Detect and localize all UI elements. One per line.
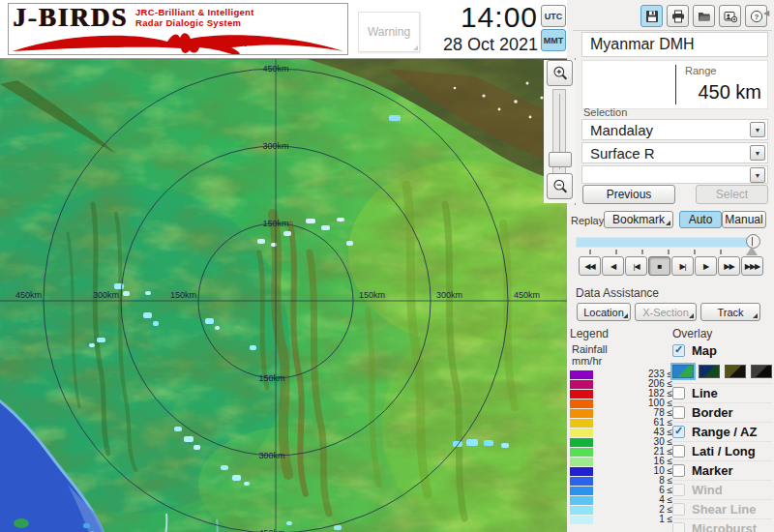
- x-section-button[interactable]: X-Section: [635, 303, 697, 321]
- map-style-1[interactable]: [672, 365, 694, 378]
- step-forward-button[interactable]: ▶|: [671, 256, 694, 276]
- overlay-label: Line: [692, 386, 718, 400]
- zoom-in-icon: [552, 66, 568, 81]
- overlay-item-map[interactable]: Map: [670, 341, 772, 360]
- checkbox-icon[interactable]: [672, 426, 685, 438]
- overlay-title: Overlay: [672, 327, 712, 340]
- precipitation-echo: [283, 231, 291, 236]
- range-ring-label: 450km: [514, 290, 540, 300]
- zoom-slider-thumb[interactable]: [549, 152, 572, 167]
- app-logo: J-BIRDS JRC-Brilliant & Intelligent Rada…: [8, 3, 348, 55]
- range-ring-label: 150km: [258, 373, 284, 383]
- overlay-label: Microburst: [692, 521, 757, 532]
- legend-color-swatch: [570, 487, 593, 495]
- previous-button[interactable]: Previous: [582, 185, 675, 204]
- panel-collapse-arrow[interactable]: ◀: [763, 9, 769, 17]
- range-ring-label: 150km: [262, 219, 288, 228]
- jbirds-app: 150km150km150km150km300km300km300km300km…: [0, 0, 774, 532]
- checkbox-icon[interactable]: [672, 344, 685, 357]
- range-ring-label: 450km: [258, 528, 284, 532]
- range-ring-label: 300km: [258, 451, 284, 460]
- zoom-out-icon: [552, 179, 568, 194]
- precipitation-echo: [306, 219, 315, 223]
- legend-row: 10 ≤: [570, 466, 672, 476]
- control-panel: ? ◀ Myanmar DMH Range 450 km Selection M…: [567, 0, 774, 532]
- legend-row: 8 ≤: [570, 476, 672, 486]
- site-select[interactable]: Mandalay ▼: [581, 119, 768, 140]
- checkbox-icon[interactable]: [672, 464, 685, 477]
- bird-logo-icon: [11, 29, 345, 55]
- checkbox-icon: [672, 522, 685, 532]
- map-style-4[interactable]: [751, 365, 772, 378]
- bookmark-button[interactable]: Bookmark: [604, 211, 673, 228]
- precipitation-echo: [232, 475, 241, 481]
- precipitation-echo: [215, 326, 220, 330]
- precipitation-echo: [286, 521, 292, 525]
- precipitation-echo: [145, 291, 151, 295]
- step-back-button[interactable]: |◀: [625, 256, 647, 276]
- radar-map[interactable]: 150km150km150km150km300km300km300km300km…: [0, 58, 567, 532]
- fast-forward-button[interactable]: ▶▶: [718, 256, 740, 276]
- precipitation-echo: [334, 525, 342, 530]
- map-style-2[interactable]: [699, 365, 720, 378]
- mmt-button[interactable]: MMT: [541, 29, 566, 51]
- overlay-item-range-az[interactable]: Range / AZ: [670, 422, 772, 441]
- range-ring-label: 300km: [93, 290, 119, 300]
- snapshot-button[interactable]: [719, 5, 741, 27]
- precipitation-echo: [484, 440, 493, 446]
- utc-button[interactable]: UTC: [541, 5, 566, 27]
- overlay-item-border[interactable]: Border: [670, 402, 772, 422]
- warning-box[interactable]: Warning: [358, 12, 420, 52]
- extra-dropdown-arrow-icon[interactable]: ▼: [750, 167, 765, 183]
- precipitation-echo: [97, 338, 105, 342]
- precipitation-echo: [221, 465, 228, 470]
- site-value: Mandalay: [590, 122, 653, 138]
- legend-row: 1 ≤: [570, 515, 672, 524]
- checkbox-icon[interactable]: [672, 406, 685, 419]
- legend-color-swatch: [570, 399, 593, 408]
- replay-auto-button[interactable]: Auto: [679, 211, 722, 228]
- zoom-out-button[interactable]: [547, 173, 573, 199]
- checkbox-icon[interactable]: [672, 387, 685, 399]
- station-name-field[interactable]: Myanmar DMH: [581, 32, 768, 57]
- overlay-label: Wind: [692, 483, 723, 497]
- open-folder-button[interactable]: [693, 5, 715, 27]
- location-button[interactable]: Location: [577, 303, 631, 321]
- extra-select[interactable]: ▼: [581, 165, 768, 184]
- replay-slider-pointer: [746, 247, 758, 255]
- precipitation-echo: [174, 427, 182, 431]
- play-button[interactable]: ▶: [695, 256, 717, 276]
- fastest-forward-button[interactable]: ▶▶▶: [741, 256, 763, 276]
- precipitation-echo: [114, 283, 124, 289]
- replay-manual-button[interactable]: Manual: [722, 211, 766, 228]
- overlay-item-line[interactable]: Line: [670, 383, 772, 402]
- fast-rewind-button[interactable]: ◀◀: [579, 256, 601, 276]
- legend-color-swatch: [570, 409, 593, 418]
- overlay-item-lati-long[interactable]: Lati / Long: [670, 441, 772, 460]
- overlay-item-marker[interactable]: Marker: [670, 460, 772, 480]
- product-value: Surface R: [590, 145, 655, 162]
- replay-slider[interactable]: [576, 234, 765, 257]
- play-reverse-button[interactable]: ◀: [602, 256, 624, 276]
- legend-rows: 233 ≤206 ≤182 ≤100 ≤78 ≤61 ≤43 ≤30 ≤21 ≤…: [570, 369, 672, 524]
- overlay-label: Border: [692, 405, 733, 420]
- range-label: Range: [685, 65, 716, 76]
- legend-color-swatch: [570, 458, 593, 466]
- stop-button[interactable]: ■: [648, 256, 670, 276]
- clock-time: 14:00: [416, 0, 538, 35]
- checkbox-icon[interactable]: [672, 445, 685, 458]
- map-style-3[interactable]: [725, 365, 746, 378]
- print-button[interactable]: [667, 5, 689, 27]
- product-dropdown-arrow-icon[interactable]: ▼: [750, 145, 765, 161]
- precipitation-echo: [244, 482, 250, 486]
- range-ring-label: 300km: [262, 141, 288, 151]
- track-button[interactable]: Track: [700, 303, 760, 321]
- site-dropdown-arrow-icon[interactable]: ▼: [750, 122, 765, 137]
- replay-slider-track[interactable]: [576, 237, 755, 248]
- radar-map-canvas: 150km150km150km150km300km300km300km300km…: [0, 59, 567, 532]
- precipitation-echo: [466, 439, 478, 446]
- checkbox-icon: [672, 484, 685, 496]
- zoom-in-button[interactable]: [547, 60, 573, 86]
- save-button[interactable]: [640, 5, 663, 27]
- product-select[interactable]: Surface R ▼: [581, 142, 768, 163]
